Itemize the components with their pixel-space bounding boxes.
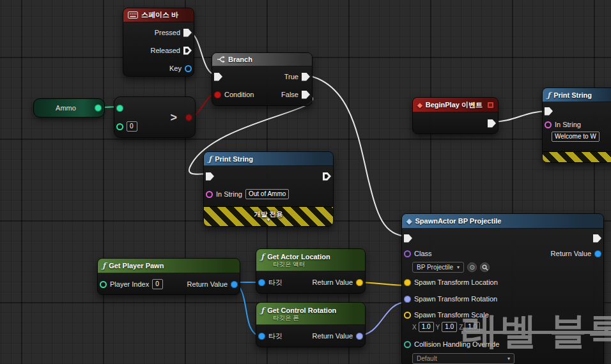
exec-in-pin[interactable] <box>404 234 412 243</box>
development-only-banner: 개발 전용 ▼ <box>204 206 333 226</box>
exec-in-pin[interactable] <box>545 107 553 116</box>
node-title: Branch <box>228 56 252 63</box>
node-title: Print String <box>553 91 592 99</box>
greater-output-pin[interactable] <box>185 114 192 121</box>
greater-input-b-pin[interactable] <box>116 123 123 130</box>
target-pin[interactable] <box>258 279 265 286</box>
node-get-ammo-variable[interactable]: Ammo <box>33 98 105 118</box>
wire-beginplay-to-printstring <box>491 111 548 122</box>
class-dropdown[interactable]: BP Projectile ▾ <box>412 262 464 273</box>
node-header[interactable]: ƒ Get Actor Location 타깃은 액터 <box>256 249 365 271</box>
spawn-transform-rotation-pin[interactable] <box>404 296 411 303</box>
node-branch[interactable]: Branch Condition True False <box>212 52 313 106</box>
target-pin[interactable] <box>258 333 265 340</box>
development-only-banner <box>543 151 611 162</box>
pin-label-collision-handling-override: Collision Handling Override <box>414 340 499 348</box>
greater-operator-glyph: > <box>170 110 177 124</box>
key-pin[interactable] <box>185 65 192 72</box>
node-get-player-pawn[interactable]: ƒ Get Player Pawn Player Index 0 Return … <box>97 258 240 295</box>
function-icon: ƒ <box>261 253 264 261</box>
pin-label-released: Released <box>151 47 180 54</box>
condition-pin[interactable] <box>214 91 221 98</box>
function-icon: ƒ <box>208 155 212 163</box>
return-value-pin[interactable] <box>594 250 601 257</box>
variable-label: Ammo <box>56 104 76 112</box>
branch-true-exec-pin[interactable] <box>302 73 310 81</box>
node-header[interactable]: ƒ Print String <box>204 152 333 166</box>
node-title: Print String <box>215 155 253 163</box>
scale-x-label: X <box>412 324 417 331</box>
spawn-transform-scale-pin[interactable] <box>404 312 411 319</box>
greater-input-b-field[interactable]: 0 <box>127 121 137 132</box>
in-string-pin[interactable] <box>545 121 552 128</box>
node-header[interactable]: 스페이스 바 <box>123 8 194 22</box>
pin-label-target: 타깃 <box>268 331 282 341</box>
node-header[interactable]: Branch <box>212 53 312 66</box>
pin-label-false: False <box>281 91 298 98</box>
return-value-pin[interactable] <box>231 281 238 288</box>
exec-out-pin[interactable] <box>593 234 601 243</box>
node-title: BeginPlay 이벤트 <box>426 100 483 110</box>
beginplay-exec-out-pin[interactable] <box>488 119 496 128</box>
in-string-field[interactable]: Out of Ammo <box>245 189 289 199</box>
node-beginplay-event[interactable]: ◆ BeginPlay 이벤트 <box>412 97 499 134</box>
greater-input-a-pin[interactable] <box>116 105 123 112</box>
collision-handling-dropdown[interactable]: Default ▾ <box>412 353 514 364</box>
exec-pin-released[interactable] <box>183 47 192 55</box>
collision-dropdown-value: Default <box>417 355 437 362</box>
pin-label-return-value: Return Value <box>187 280 228 288</box>
node-subtitle: 타깃은 액터 <box>273 261 305 268</box>
node-subtitle: 타깃은 폰 <box>273 315 299 321</box>
player-index-field[interactable]: 0 <box>152 279 163 289</box>
node-title: Get Player Pawn <box>109 262 164 269</box>
scale-z-field[interactable]: 1.0 <box>465 322 480 332</box>
pin-label-spawn-transform-rotation: Spawn Transform Rotation <box>414 295 497 303</box>
node-greater-than[interactable]: 0 > <box>114 96 196 138</box>
exec-in-pin[interactable] <box>206 172 214 181</box>
node-spawnactor-bp-projectile[interactable]: ◈ SpawnActor BP Projectile Class Return … <box>401 213 604 364</box>
return-value-pin[interactable] <box>356 279 363 286</box>
pin-label-class: Class <box>414 250 432 257</box>
function-icon: ƒ <box>547 91 550 99</box>
scale-z-label: Z <box>459 324 463 331</box>
pin-label-player-index: Player Index <box>110 280 149 288</box>
player-index-pin[interactable] <box>100 281 107 288</box>
return-value-pin[interactable] <box>356 333 363 340</box>
event-marker-icon <box>488 102 493 108</box>
spawn-transform-location-pin[interactable] <box>404 279 411 286</box>
pin-label-target: 타깃 <box>268 278 282 287</box>
in-string-field[interactable]: Welcome to W <box>552 132 599 142</box>
branch-icon <box>217 56 225 63</box>
node-spacebar-key-event[interactable]: 스페이스 바 Pressed Released Key <box>123 8 194 77</box>
node-title: SpawnActor BP Projectile <box>415 217 501 225</box>
use-selected-button[interactable]: ⊙ <box>467 262 477 272</box>
browse-button[interactable] <box>480 262 490 272</box>
node-header[interactable]: ƒ Print String <box>543 88 611 102</box>
in-string-pin[interactable] <box>206 191 213 198</box>
exec-pin-pressed[interactable] <box>183 29 192 37</box>
scale-x-field[interactable]: 1.0 <box>419 322 434 332</box>
node-print-string-welcome[interactable]: ƒ Print String In String Welcome to W <box>542 87 611 163</box>
pin-label-spawn-transform-scale: Spawn Transform Scale <box>414 311 489 319</box>
collapse-chevron-icon[interactable]: ▼ <box>266 218 271 222</box>
exec-out-pin[interactable] <box>323 172 331 181</box>
class-dropdown-value: BP Projectile <box>417 264 453 271</box>
node-header[interactable]: ƒ Get Control Rotation 타깃은 폰 <box>256 303 365 325</box>
branch-exec-in-pin[interactable] <box>214 73 222 81</box>
node-header[interactable]: ƒ Get Player Pawn <box>98 259 240 273</box>
collision-handling-override-pin[interactable] <box>404 341 411 348</box>
node-header[interactable]: ◆ BeginPlay 이벤트 <box>413 98 498 112</box>
ammo-output-pin[interactable] <box>95 105 102 112</box>
class-pin[interactable] <box>404 250 411 257</box>
keyboard-icon <box>128 11 138 19</box>
event-icon: ◆ <box>417 102 422 109</box>
scale-y-field[interactable]: 1.0 <box>442 322 457 332</box>
node-get-control-rotation[interactable]: ƒ Get Control Rotation 타깃은 폰 타깃 Return V… <box>256 302 366 347</box>
node-header[interactable]: ◈ SpawnActor BP Projectile <box>402 214 603 229</box>
node-get-actor-location[interactable]: ƒ Get Actor Location 타깃은 액터 타깃 Return Va… <box>256 248 366 294</box>
branch-false-exec-pin[interactable] <box>302 91 310 99</box>
blueprint-graph-canvas[interactable]: 스페이스 바 Pressed Released Key Ammo <box>0 0 611 364</box>
node-print-string-out-of-ammo[interactable]: ƒ Print String In String Out of Ammo 개발 … <box>203 151 334 227</box>
node-title: 스페이스 바 <box>141 10 178 20</box>
pin-label-pressed: Pressed <box>155 29 180 36</box>
